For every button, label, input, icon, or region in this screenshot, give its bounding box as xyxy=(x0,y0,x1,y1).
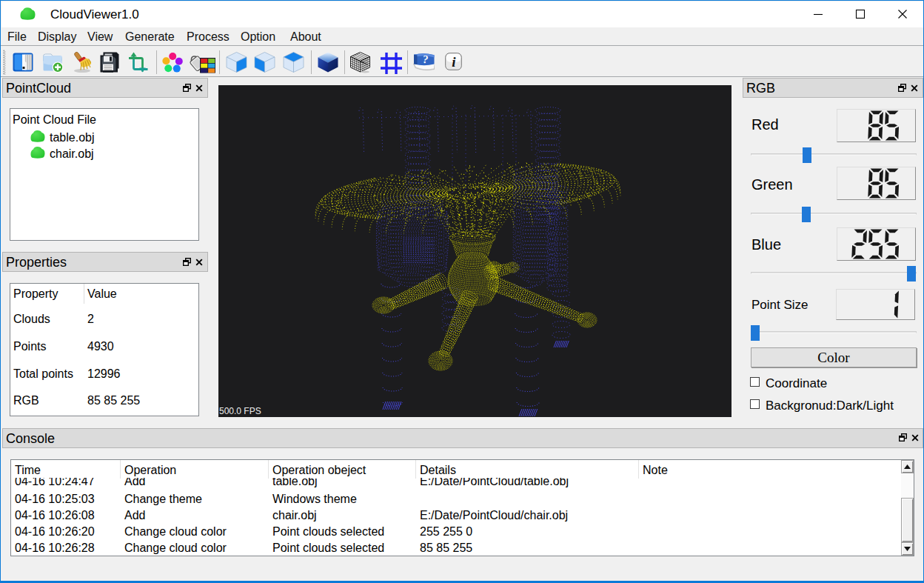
svg-text:i: i xyxy=(452,54,456,70)
